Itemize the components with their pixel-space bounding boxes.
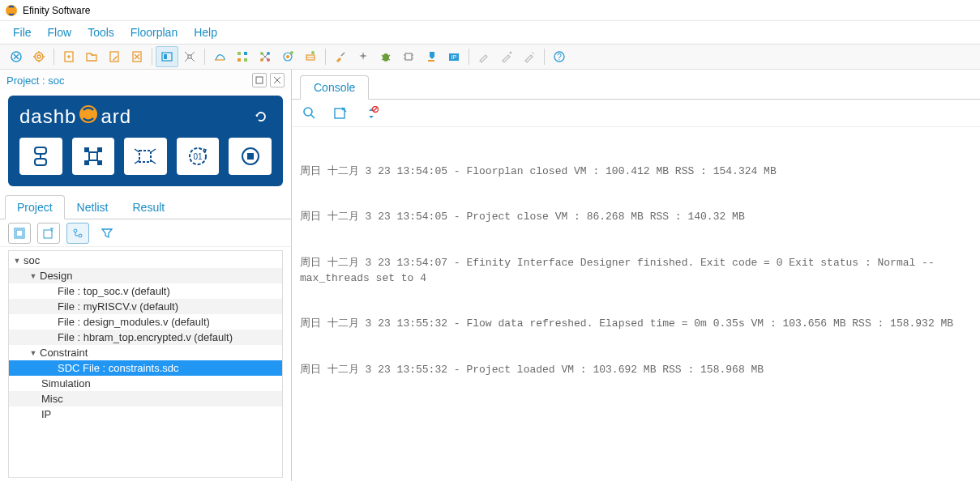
chip-icon[interactable] (397, 46, 420, 67)
menubar: File Flow Tools Floorplan Help (0, 21, 980, 44)
tree-ip-label: IP (41, 408, 51, 420)
svg-rect-81 (16, 230, 23, 236)
console-line: 周日 十二月 3 23 13:55:32 - Project loaded VM… (300, 363, 972, 378)
tree-toolbar (0, 219, 291, 247)
expand-all-icon[interactable] (37, 223, 60, 244)
tab-netlist[interactable]: Netlist (65, 195, 121, 219)
timing-icon[interactable] (276, 46, 299, 67)
svg-point-89 (304, 108, 312, 116)
menu-help[interactable]: Help (186, 23, 225, 42)
tree-file-label: File : myRISCV.v (default) (58, 300, 178, 313)
svg-line-22 (185, 58, 188, 62)
svg-line-90 (311, 115, 315, 118)
panel-restore-icon[interactable] (252, 73, 267, 87)
project-tabs: Project Netlist Result (0, 194, 291, 219)
svg-line-56 (532, 52, 534, 54)
tab-result[interactable]: Result (120, 195, 177, 219)
pen3-icon[interactable] (518, 46, 541, 67)
collapse-all-icon[interactable] (8, 223, 31, 244)
menu-file[interactable]: File (5, 23, 40, 42)
svg-rect-71 (139, 151, 151, 162)
new-file-icon[interactable] (58, 46, 80, 67)
tab-console[interactable]: Console (300, 75, 369, 100)
svg-rect-64 (35, 159, 46, 165)
svg-point-39 (311, 51, 315, 54)
pen2-icon[interactable] (495, 46, 518, 67)
dash-timing-button[interactable]: 01 (177, 138, 220, 175)
console-output[interactable]: 周日 十二月 3 23 13:54:05 - Floorplan closed … (292, 127, 980, 481)
gear-icon[interactable] (28, 46, 50, 67)
tree-file[interactable]: File : myRISCV.v (default) (9, 299, 282, 314)
svg-text:IP: IP (451, 54, 457, 60)
toolbar: IP ? (0, 44, 980, 70)
tree-file-label: File : hbram_top.encrypted.v (default) (58, 331, 233, 343)
tree-ip[interactable]: IP (9, 407, 282, 422)
svg-line-93 (374, 108, 377, 111)
project-panel-title: Project : soc (6, 74, 65, 87)
tree-design[interactable]: ▼Design (9, 268, 282, 283)
svg-line-23 (191, 58, 195, 62)
tree-sdc-file[interactable]: SDC File : constraints.sdc (9, 360, 282, 376)
svg-line-73 (151, 149, 156, 152)
tree-file[interactable]: File : design_modules.v (default) (9, 314, 282, 330)
tree-root-label: soc (24, 254, 40, 266)
place-icon[interactable] (231, 46, 254, 67)
svg-point-42 (383, 53, 389, 62)
edit-file-icon[interactable] (103, 46, 126, 67)
dash-bitgen-button[interactable] (229, 138, 272, 175)
svg-rect-79 (247, 153, 254, 160)
tree-constraint[interactable]: ▼Constraint (9, 345, 282, 360)
tree-root[interactable]: ▼soc (9, 253, 282, 268)
dash-route-button[interactable] (124, 138, 167, 175)
close-icon[interactable] (5, 46, 28, 67)
program-icon[interactable] (420, 46, 443, 67)
brush-icon[interactable] (329, 46, 352, 67)
menu-floorplan[interactable]: Floorplan (122, 23, 186, 42)
dashboard-toggle-icon[interactable] (156, 46, 178, 67)
project-tree: ▼soc ▼Design File : top_soc.v (default) … (8, 250, 283, 478)
svg-rect-26 (244, 52, 247, 55)
svg-text:?: ? (557, 53, 562, 62)
svg-rect-67 (84, 147, 89, 152)
pen1-icon[interactable] (473, 46, 495, 67)
scroll-lock-icon[interactable] (362, 104, 381, 123)
bug-icon[interactable] (374, 46, 397, 67)
menu-tools[interactable]: Tools (79, 23, 122, 42)
svg-rect-52 (428, 60, 434, 62)
dash-synth-button[interactable] (19, 138, 62, 175)
svg-point-85 (74, 229, 77, 232)
console-tabs: Console (292, 70, 980, 100)
bitstream-icon[interactable] (299, 46, 322, 67)
tree-design-label: Design (40, 270, 72, 282)
tree-mode-icon[interactable] (66, 223, 89, 244)
dashboard-refresh-icon[interactable] (250, 106, 272, 127)
tree-constraint-label: Constraint (40, 347, 88, 359)
panel-close-icon[interactable] (270, 73, 285, 87)
svg-text:01: 01 (194, 152, 203, 161)
menu-flow[interactable]: Flow (40, 23, 80, 42)
delete-file-icon[interactable] (126, 46, 148, 67)
svg-rect-18 (164, 54, 167, 59)
filter-icon[interactable] (96, 223, 118, 244)
svg-point-35 (286, 55, 289, 58)
svg-point-5 (37, 55, 41, 58)
search-icon[interactable] (300, 104, 319, 123)
svg-point-37 (290, 51, 293, 54)
ip-icon[interactable]: IP (443, 46, 465, 67)
route-icon[interactable] (254, 46, 276, 67)
tree-simulation[interactable]: Simulation (9, 376, 282, 391)
open-folder-icon[interactable] (80, 46, 103, 67)
svg-rect-25 (238, 52, 241, 55)
dash-place-button[interactable] (72, 138, 115, 175)
console-line: 周日 十二月 3 23 13:54:05 - Floorplan closed … (300, 164, 972, 180)
help-icon[interactable]: ? (548, 46, 571, 67)
tree-file[interactable]: File : top_soc.v (default) (9, 283, 282, 299)
clear-icon[interactable] (331, 104, 350, 123)
layout-icon[interactable] (178, 46, 201, 67)
tree-misc[interactable]: Misc (9, 391, 282, 407)
synthesis-icon[interactable] (208, 46, 231, 67)
spark-icon[interactable] (352, 46, 374, 67)
tab-project[interactable]: Project (5, 195, 65, 219)
svg-rect-27 (238, 58, 241, 62)
tree-file[interactable]: File : hbram_top.encrypted.v (default) (9, 330, 282, 345)
